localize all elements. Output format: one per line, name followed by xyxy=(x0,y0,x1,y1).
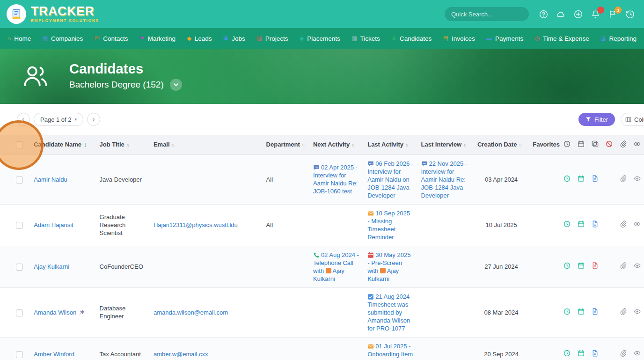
document-icon[interactable] xyxy=(592,262,599,269)
page-label: Page 1 of 2 xyxy=(40,116,72,123)
candidate-email-link[interactable]: Hajari12311@physics.wustl.ldu xyxy=(154,221,238,228)
column-header-copy[interactable] xyxy=(588,135,602,154)
column-header-job-title[interactable]: Job Title↑↓ xyxy=(96,135,150,154)
candidate-name-link[interactable]: Adam Hajarisit xyxy=(34,221,73,228)
history-icon[interactable] xyxy=(626,10,635,19)
clock-icon xyxy=(564,140,571,147)
calendar-icon[interactable] xyxy=(578,175,585,182)
calendar-icon[interactable] xyxy=(578,350,585,357)
row-checkbox[interactable] xyxy=(16,222,23,229)
projects-icon: ▨ xyxy=(256,36,262,41)
document-icon[interactable] xyxy=(592,175,599,182)
column-header-next-activity[interactable]: Next Activity↑↓ xyxy=(309,135,364,154)
column-header-last-activity[interactable]: Last Activity↑↓ xyxy=(364,135,417,154)
candidate-name-link[interactable]: Aamir Naidu xyxy=(34,176,67,183)
select-all-checkbox[interactable] xyxy=(16,141,23,148)
calendar-icon[interactable] xyxy=(578,220,585,228)
clock-icon[interactable] xyxy=(564,308,571,315)
flag-icon[interactable]: 3 xyxy=(608,10,617,19)
table-row: Adam Hajarisit Graduate Research Scienti… xyxy=(0,204,644,246)
candidate-email-link[interactable]: amber.w@email.cxx xyxy=(154,351,208,358)
candidate-name-link[interactable]: Amber Winford xyxy=(34,351,74,358)
nav-item-time-expense[interactable]: ◷Time & Expense xyxy=(535,35,589,42)
prev-page-button[interactable]: ‹ xyxy=(17,113,30,126)
row-checkbox[interactable] xyxy=(16,176,23,184)
calendar-icon[interactable] xyxy=(578,308,585,315)
clock-icon[interactable] xyxy=(564,220,571,228)
notifications-bell-icon[interactable]: 1 xyxy=(591,10,600,19)
activity-link[interactable]: 22 Nov 2025 - Interview for Aamir Naidu … xyxy=(421,160,470,199)
clock-icon[interactable] xyxy=(564,262,571,269)
activity-link[interactable]: 30 May 2025 - Pre-Screen with Ajay Kulka… xyxy=(367,251,413,283)
column-header-calendar[interactable] xyxy=(574,135,588,154)
row-checkbox[interactable] xyxy=(16,309,23,316)
nav-item-contacts[interactable]: ▤Contacts xyxy=(95,35,128,42)
clock-icon[interactable] xyxy=(564,350,571,357)
nav-item-projects[interactable]: ▨Projects xyxy=(256,35,288,42)
fox-avatar-emoji xyxy=(326,268,331,273)
activity-link[interactable]: 02 Aug 2024 - Telephone Call with Ajay K… xyxy=(313,251,360,283)
eye-icon[interactable] xyxy=(634,220,641,228)
row-checkbox[interactable] xyxy=(16,351,23,358)
paperclip-icon[interactable] xyxy=(620,220,627,228)
candidate-name-link[interactable]: Ajay Kulkarni xyxy=(34,263,69,270)
column-header-ban[interactable] xyxy=(602,135,616,154)
nav-item-jobs[interactable]: ▣Jobs xyxy=(223,35,245,42)
column-header-paperclip[interactable] xyxy=(616,135,630,154)
column-header-candidate-name[interactable]: Candidate Name↓ xyxy=(30,135,95,154)
copy-icon xyxy=(592,140,599,147)
nav-item-marketing[interactable]: ⚑Marketing xyxy=(139,35,176,42)
nav-item-companies[interactable]: ▦Companies xyxy=(43,35,83,42)
eye-icon[interactable] xyxy=(634,262,641,269)
column-header-eye[interactable] xyxy=(630,135,644,154)
column-header-last-interview[interactable]: Last Interview↑↓ xyxy=(417,135,474,154)
nav-item-leads[interactable]: ◆Leads xyxy=(187,35,212,42)
document-icon[interactable] xyxy=(592,220,599,228)
activity-link[interactable]: 21 Aug 2024 - Timesheet was submitted by… xyxy=(367,293,413,332)
nav-item-payments[interactable]: ▬Payments xyxy=(486,35,523,42)
column-header-favorites[interactable]: Favorites xyxy=(529,135,560,154)
calendar-icon[interactable] xyxy=(578,262,585,269)
row-checkbox[interactable] xyxy=(16,264,23,271)
eye-icon[interactable] xyxy=(634,175,641,182)
paperclip-icon[interactable] xyxy=(620,175,627,182)
nav-item-placements[interactable]: ◈Placements xyxy=(300,35,340,42)
subtitle-dropdown-button[interactable] xyxy=(170,79,182,91)
clock-icon[interactable] xyxy=(564,175,571,182)
cloud-icon[interactable] xyxy=(556,10,565,19)
nav-item-reporting[interactable]: ◪Reporting xyxy=(600,35,637,42)
column-header-clock[interactable] xyxy=(560,135,574,154)
quick-search-input[interactable] xyxy=(445,7,529,21)
help-icon[interactable] xyxy=(539,10,548,19)
logo[interactable]: TRACKER EMPLOYMENT SOLUTIONS xyxy=(7,4,99,24)
creation-date-cell: 03 Apr 2024 xyxy=(474,154,529,204)
nav-item-label: Companies xyxy=(51,35,83,42)
column-header-department[interactable]: Department↑↓ xyxy=(263,135,309,154)
activity-link[interactable]: 02 Apr 2025 - Interview for Aamir Naidu … xyxy=(313,163,360,195)
page-select-button[interactable]: Page 1 of 2 ▾ xyxy=(34,113,83,126)
nav-item-invoices[interactable]: ▤Invoices xyxy=(443,35,475,42)
nav-item-tickets[interactable]: ▥Tickets xyxy=(351,35,380,42)
creation-date-cell: 27 Jun 2024 xyxy=(474,246,529,287)
eye-icon[interactable] xyxy=(634,350,641,357)
activity-link[interactable]: 10 Sep 2025 - Missing Timesheet Reminder xyxy=(367,209,413,241)
paperclip-icon[interactable] xyxy=(620,262,627,269)
activity-link[interactable]: 06 Feb 2026 - Interview for Aamir Naidu … xyxy=(367,160,413,199)
document-icon[interactable] xyxy=(592,308,599,315)
activity-link[interactable]: 01 Jul 2025 - Onboarding Item Needed - xyxy=(367,342,413,360)
eye-icon[interactable] xyxy=(634,308,641,315)
candidate-email-link[interactable]: amanda.wilson@email.com xyxy=(154,309,228,316)
add-icon[interactable] xyxy=(574,10,583,19)
column-header-email[interactable]: Email↑↓ xyxy=(150,135,263,154)
next-page-button[interactable]: › xyxy=(87,113,100,126)
document-icon[interactable] xyxy=(592,350,599,357)
paperclip-icon[interactable] xyxy=(620,308,627,315)
column-header-creation-date[interactable]: Creation Date↑↓ xyxy=(474,135,529,154)
nav-item-label: Reporting xyxy=(609,35,637,42)
filter-button[interactable]: Filter xyxy=(578,113,615,126)
paperclip-icon[interactable] xyxy=(620,350,627,357)
nav-item-candidates[interactable]: ♟Candidates xyxy=(391,35,432,42)
columns-button[interactable]: Columns xyxy=(621,113,644,126)
nav-item-home[interactable]: ⌂Home xyxy=(7,35,31,42)
candidate-name-link[interactable]: Amanda Wilson xyxy=(34,309,76,316)
